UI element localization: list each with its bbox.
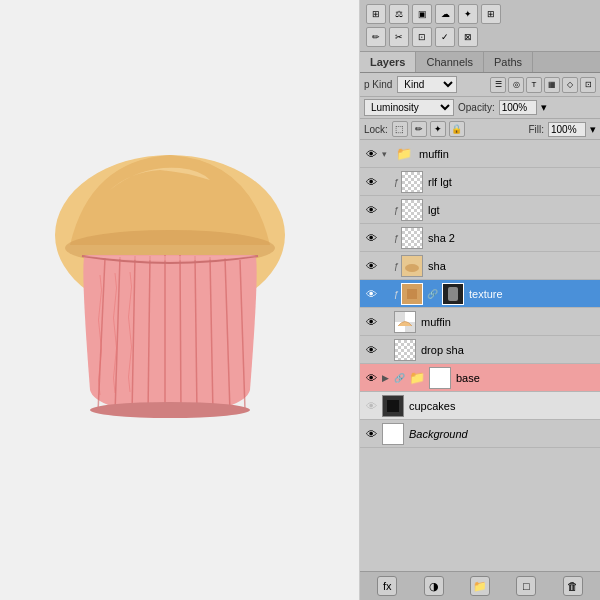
layers-panel: ⊞ ⚖ ▣ ☁ ✦ ⊞ ✏ ✂ ⊡ ✓ ⊠ Layers Channels Pa… <box>360 0 600 600</box>
layer-mask-thumbnail <box>442 283 464 305</box>
filter-icon-2[interactable]: ◎ <box>508 77 524 93</box>
link-icon: ƒ <box>394 177 399 187</box>
layer-row-selected[interactable]: 👁 ƒ 🔗 texture <box>360 280 600 308</box>
eye-icon[interactable]: 👁 <box>362 341 380 359</box>
layer-name: texture <box>466 288 598 300</box>
layer-row[interactable]: 👁 cupcakes <box>360 392 600 420</box>
layer-row[interactable]: 👁 ▾ 📁 muffin <box>360 140 600 168</box>
svg-rect-18 <box>395 312 405 322</box>
eye-icon[interactable]: 👁 <box>362 313 380 331</box>
fill-input[interactable] <box>548 122 586 137</box>
lock-icons: ⬚ ✏ ✦ 🔒 <box>392 121 465 137</box>
filter-icon-3[interactable]: T <box>526 77 542 93</box>
link-icon: ƒ <box>394 233 399 243</box>
layer-name: drop sha <box>418 344 598 356</box>
layer-name: lgt <box>425 204 598 216</box>
filter-select[interactable]: Kind <box>397 76 457 93</box>
toolbar-row-2: ✏ ✂ ⊡ ✓ ⊠ <box>366 27 594 47</box>
svg-line-7 <box>180 255 181 415</box>
layer-name: sha 2 <box>425 232 598 244</box>
opacity-input[interactable] <box>499 100 537 115</box>
eye-icon[interactable]: 👁 <box>362 229 380 247</box>
lock-icon-all[interactable]: 🔒 <box>449 121 465 137</box>
new-fill-adjustment-button[interactable]: ◑ <box>424 576 444 596</box>
svg-point-12 <box>90 402 250 418</box>
opacity-arrow: ▾ <box>541 101 547 114</box>
tool-btn-1[interactable]: ⊞ <box>366 4 386 24</box>
opacity-label: Opacity: <box>458 102 495 113</box>
layer-name: muffin <box>416 148 598 160</box>
link-icon: ƒ <box>394 261 399 271</box>
filter-icon-5[interactable]: ◇ <box>562 77 578 93</box>
layer-thumbnail <box>394 311 416 333</box>
tab-layers[interactable]: Layers <box>360 52 416 72</box>
layer-thumbnail <box>401 227 423 249</box>
lock-icon-position[interactable]: ✦ <box>430 121 446 137</box>
tool-btn-5[interactable]: ✦ <box>458 4 478 24</box>
new-layer-button[interactable]: □ <box>516 576 536 596</box>
canvas-area <box>0 0 360 600</box>
group-arrow: ▾ <box>382 149 392 159</box>
svg-rect-23 <box>387 400 399 412</box>
lock-label: Lock: <box>364 124 388 135</box>
fx-button[interactable]: fx <box>377 576 397 596</box>
tab-channels[interactable]: Channels <box>416 52 483 72</box>
delete-layer-button[interactable]: 🗑 <box>563 576 583 596</box>
layer-thumbnail <box>401 255 423 277</box>
filter-icon-6[interactable]: ⊡ <box>580 77 596 93</box>
group-arrow: ▶ <box>382 373 392 383</box>
tool-btn-4[interactable]: ☁ <box>435 4 455 24</box>
eye-icon[interactable]: 👁 <box>362 369 380 387</box>
layer-row[interactable]: 👁 ƒ rlf lgt <box>360 168 600 196</box>
layer-row[interactable]: 👁 muffin <box>360 308 600 336</box>
eye-icon[interactable]: 👁 <box>362 145 380 163</box>
fill-arrow: ▾ <box>590 123 596 136</box>
svg-rect-15 <box>407 289 417 299</box>
layer-name: rlf lgt <box>425 176 598 188</box>
filter-icon-4[interactable]: ▦ <box>544 77 560 93</box>
eye-icon[interactable]: 👁 <box>362 201 380 219</box>
layer-thumbnail <box>394 339 416 361</box>
filter-icon-1[interactable]: ☰ <box>490 77 506 93</box>
layer-row[interactable]: 👁 drop sha <box>360 336 600 364</box>
layer-row[interactable]: 👁 ƒ sha 2 <box>360 224 600 252</box>
layer-row-background[interactable]: 👁 Background <box>360 420 600 448</box>
layers-bottom-toolbar: fx ◑ 📁 □ 🗑 <box>360 571 600 600</box>
new-group-button[interactable]: 📁 <box>470 576 490 596</box>
chain-icon: 🔗 <box>427 289 438 299</box>
layers-list: 👁 ▾ 📁 muffin 👁 ƒ rlf lgt 👁 ƒ lgt 👁 ƒ <box>360 140 600 571</box>
lock-row: Lock: ⬚ ✏ ✦ 🔒 Fill: ▾ <box>360 119 600 140</box>
tool-btn-8[interactable]: ✂ <box>389 27 409 47</box>
fill-label: Fill: <box>528 124 544 135</box>
svg-rect-17 <box>448 287 458 301</box>
eye-icon[interactable]: 👁 <box>362 397 380 415</box>
tool-btn-9[interactable]: ⊡ <box>412 27 432 47</box>
eye-icon[interactable]: 👁 <box>362 257 380 275</box>
layer-thumbnail <box>401 171 423 193</box>
filter-row: p Kind Kind ☰ ◎ T ▦ ◇ ⊡ <box>360 73 600 97</box>
eye-icon[interactable]: 👁 <box>362 285 380 303</box>
layer-thumbnail <box>382 423 404 445</box>
filter-icons: ☰ ◎ T ▦ ◇ ⊡ <box>490 77 596 93</box>
tool-btn-7[interactable]: ✏ <box>366 27 386 47</box>
layer-row[interactable]: 👁 ƒ sha <box>360 252 600 280</box>
eye-icon[interactable]: 👁 <box>362 425 380 443</box>
folder-icon: 📁 <box>396 146 412 161</box>
tool-btn-2[interactable]: ⚖ <box>389 4 409 24</box>
layer-row[interactable]: 👁 ƒ lgt <box>360 196 600 224</box>
tool-btn-10[interactable]: ✓ <box>435 27 455 47</box>
layer-name: sha <box>425 260 598 272</box>
tool-btn-6[interactable]: ⊞ <box>481 4 501 24</box>
lock-icon-paint[interactable]: ✏ <box>411 121 427 137</box>
link-icon: 🔗 <box>394 373 405 383</box>
layer-thumbnail <box>401 199 423 221</box>
filter-label: p Kind <box>364 79 392 90</box>
lock-icon-transparency[interactable]: ⬚ <box>392 121 408 137</box>
tool-btn-3[interactable]: ▣ <box>412 4 432 24</box>
blend-mode-select[interactable]: Luminosity <box>364 99 454 116</box>
tool-btn-11[interactable]: ⊠ <box>458 27 478 47</box>
layer-row-base[interactable]: 👁 ▶ 🔗 📁 base <box>360 364 600 392</box>
layer-name-background: Background <box>406 428 598 440</box>
eye-icon[interactable]: 👁 <box>362 173 380 191</box>
tab-paths[interactable]: Paths <box>484 52 533 72</box>
